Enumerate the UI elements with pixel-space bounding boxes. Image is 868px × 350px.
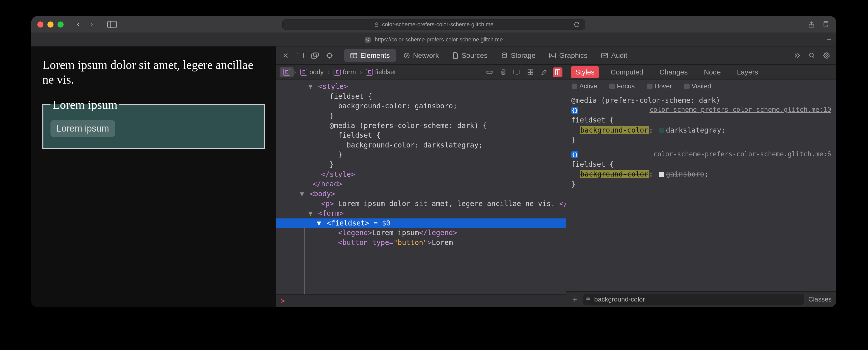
- styles-tab-node[interactable]: Node: [700, 66, 725, 78]
- titlebar: color-scheme-prefers-color-scheme.glitch…: [31, 16, 836, 33]
- page-button[interactable]: Lorem ipsum: [51, 120, 115, 137]
- css-rules[interactable]: @media (prefers-color-scheme: dark) colo…: [566, 93, 836, 291]
- tab-elements[interactable]: Elements: [344, 49, 396, 62]
- dom-tree[interactable]: ▼ <style> fieldset { background-color: g…: [276, 80, 566, 294]
- chevron-right-icon: >: [281, 297, 285, 305]
- tab-graphics[interactable]: Graphics: [543, 49, 593, 62]
- window-controls: [37, 22, 64, 28]
- minimize-window-button[interactable]: [48, 22, 54, 28]
- styles-filter-row: ＋ background-color Classes: [566, 291, 836, 307]
- close-devtools-button[interactable]: [281, 51, 291, 61]
- color-swatch-2[interactable]: [659, 172, 664, 177]
- styles-tab-computed[interactable]: Computed: [606, 66, 648, 78]
- svg-rect-2: [375, 24, 378, 26]
- tab-audit[interactable]: Audit: [595, 49, 633, 62]
- dock-side-icon[interactable]: [310, 51, 320, 61]
- pseudo-visited[interactable]: Visited: [684, 82, 711, 90]
- print-styles-icon[interactable]: [498, 67, 508, 77]
- new-tab-button[interactable]: +: [827, 36, 831, 44]
- svg-point-26: [826, 55, 828, 56]
- styles-tab-layers[interactable]: Layers: [732, 66, 763, 78]
- page-fieldset: Lorem ipsum Lorem ipsum: [42, 98, 265, 149]
- svg-rect-7: [297, 53, 304, 58]
- tab-storage[interactable]: Storage: [495, 49, 541, 62]
- svg-line-25: [813, 56, 814, 58]
- pseudo-focus[interactable]: Focus: [609, 82, 635, 90]
- svg-rect-10: [313, 53, 318, 56]
- browser-window: color-scheme-prefers-color-scheme.glitch…: [31, 16, 836, 307]
- color-swatch-1[interactable]: [659, 128, 664, 133]
- breadcrumb-root[interactable]: E: [280, 67, 294, 77]
- breadcrumb-body[interactable]: Ebody: [297, 67, 327, 78]
- svg-point-20: [502, 53, 506, 55]
- svg-rect-33: [502, 70, 504, 71]
- styles-filter-input[interactable]: background-color: [583, 294, 804, 305]
- favicon: C: [365, 37, 371, 43]
- css-rule-2[interactable]: color-scheme-prefers-color-scheme.glitch…: [571, 149, 831, 189]
- source-link-1[interactable]: color-scheme-prefers-color-scheme.glitch…: [650, 105, 831, 114]
- breadcrumb-fieldset[interactable]: Efieldset: [362, 67, 399, 78]
- pseudo-active[interactable]: Active: [572, 82, 597, 90]
- close-window-button[interactable]: [37, 22, 43, 28]
- lock-icon: [374, 22, 379, 27]
- svg-rect-38: [531, 70, 533, 72]
- svg-rect-39: [528, 72, 530, 75]
- styles-tabbar: Styles Computed Changes Node Layers: [566, 65, 836, 80]
- css-rule-1[interactable]: @media (prefers-color-scheme: dark) colo…: [571, 95, 831, 145]
- url-text: color-scheme-prefers-color-scheme.glitch…: [382, 21, 493, 28]
- classes-toggle[interactable]: Classes: [808, 295, 832, 303]
- rule-icon: {}: [571, 107, 578, 114]
- sidebar-toggle-button[interactable]: [107, 20, 117, 30]
- ruler-icon[interactable]: [485, 67, 494, 77]
- add-rule-button[interactable]: ＋: [571, 294, 579, 305]
- force-appearance-icon[interactable]: [512, 67, 522, 77]
- paint-flashing-icon[interactable]: [539, 67, 549, 77]
- page-paragraph: Lorem ipsum dolor sit amet, legere ancil…: [42, 58, 265, 87]
- styles-panel: Styles Computed Changes Node Layers Acti…: [566, 65, 836, 307]
- pseudo-hover[interactable]: Hover: [647, 82, 672, 90]
- more-tabs-icon[interactable]: [792, 51, 802, 61]
- console-prompt[interactable]: >: [276, 294, 566, 307]
- tab-title[interactable]: https://color-scheme-prefers-color-schem…: [375, 36, 503, 43]
- svg-rect-40: [531, 72, 533, 75]
- back-button[interactable]: [73, 20, 83, 30]
- devtools-toolbar: Elements Network Sources Storage: [276, 47, 836, 65]
- svg-rect-37: [528, 70, 530, 72]
- layout-bounds-icon[interactable]: [553, 67, 562, 77]
- svg-rect-34: [502, 73, 504, 75]
- source-link-2[interactable]: color-scheme-prefers-color-scheme.glitch…: [653, 149, 831, 158]
- dom-breadcrumb: E › Ebody › Eform › Efieldset: [276, 65, 566, 80]
- svg-point-11: [327, 53, 332, 58]
- svg-point-19: [404, 53, 409, 58]
- styles-tab-changes[interactable]: Changes: [655, 66, 692, 78]
- share-button[interactable]: [807, 20, 816, 29]
- settings-icon[interactable]: [822, 51, 832, 61]
- rule-icon: {}: [571, 151, 578, 158]
- tabs-overview-button[interactable]: [821, 20, 830, 29]
- address-bar[interactable]: color-scheme-prefers-color-scheme.glitch…: [282, 20, 585, 30]
- tab-network[interactable]: Network: [397, 49, 445, 62]
- content-area: Lorem ipsum dolor sit amet, legere ancil…: [31, 47, 836, 307]
- dock-bottom-icon[interactable]: [295, 51, 305, 61]
- svg-rect-4: [824, 23, 828, 27]
- pseudo-class-row: Active Focus Hover Visited: [566, 80, 836, 93]
- svg-rect-0: [107, 21, 117, 28]
- svg-rect-27: [487, 71, 492, 73]
- reload-button[interactable]: [574, 22, 580, 28]
- selected-dom-node[interactable]: ▼ <fieldset> = $0: [276, 218, 566, 228]
- svg-point-24: [809, 53, 813, 57]
- page-legend: Lorem ipsum: [51, 98, 119, 112]
- forward-button[interactable]: [87, 20, 97, 30]
- search-icon[interactable]: [807, 51, 817, 61]
- element-picker-icon[interactable]: [324, 51, 335, 61]
- elements-panel: E › Ebody › Eform › Efieldset: [276, 65, 566, 307]
- zoom-window-button[interactable]: [58, 22, 64, 28]
- svg-rect-21: [550, 53, 556, 58]
- svg-point-22: [551, 54, 552, 55]
- compositing-icon[interactable]: [526, 67, 535, 77]
- tab-sources[interactable]: Sources: [446, 49, 494, 62]
- rendered-page: Lorem ipsum dolor sit amet, legere ancil…: [31, 47, 276, 307]
- tab-bar: C https://color-scheme-prefers-color-sch…: [31, 33, 836, 47]
- styles-tab-styles[interactable]: Styles: [571, 66, 599, 78]
- breadcrumb-form[interactable]: Eform: [330, 67, 359, 78]
